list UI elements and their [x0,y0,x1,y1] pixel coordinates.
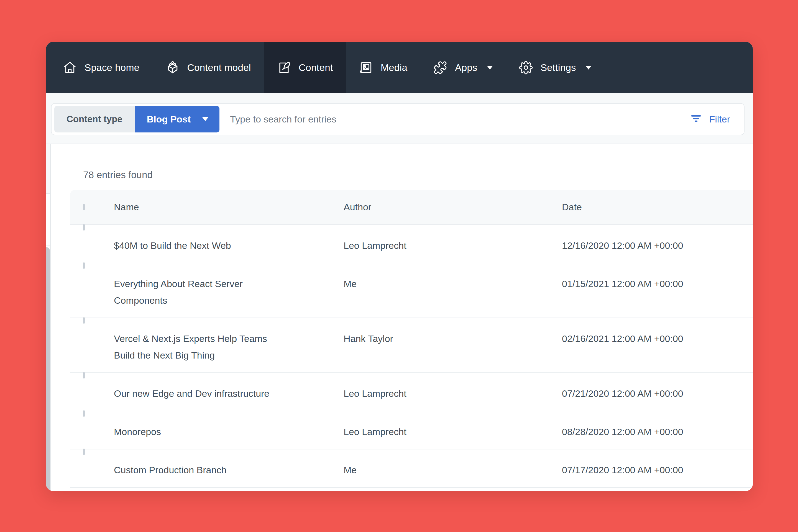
stacked-panel-edge [46,144,50,194]
top-navbar: Space home Content model [46,42,753,93]
nav-item-label: Content model [187,62,251,73]
chevron-down-icon [586,66,592,70]
nav-item-label: Content [299,62,333,73]
nav-item-content-model[interactable]: Content model [153,42,264,93]
entries-table: Name Author Date $40M to Build the Next … [70,190,753,491]
entry-date: 08/28/2020 12:00 AM +00:00 [562,411,753,449]
table-row[interactable]: Custom Production Branch Me 07/17/2020 1… [70,450,753,488]
nav-item-label: Media [381,62,407,73]
entry-name: $40M to Build the Next Web [114,225,344,263]
row-checkbox[interactable] [83,224,85,230]
entry-date: 01/15/2021 12:00 AM +00:00 [562,263,753,301]
select-all-checkbox[interactable] [83,204,85,210]
chevron-down-icon [202,117,208,121]
entry-name: Custom Production Branch [114,450,344,487]
media-icon [359,61,373,75]
row-checkbox[interactable] [83,262,85,269]
settings-icon [519,61,533,75]
content-type-label: Content type [54,106,135,132]
content-type-value: Blog Post [147,114,191,125]
column-header-author: Author [344,202,562,212]
content-model-icon [166,61,179,75]
entry-author: Leo Lamprecht [344,411,562,449]
app-window: Space home Content model [46,42,753,491]
nav-item-settings[interactable]: Settings [506,42,605,93]
nav-item-label: Apps [455,62,477,73]
row-checkbox[interactable] [83,317,85,324]
content-type-dropdown[interactable]: Blog Post [135,106,220,132]
search-section: Content type Blog Post Filter [46,93,753,144]
entry-date: 07/21/2020 12:00 AM +00:00 [562,373,753,411]
nav-item-label: Space home [84,62,140,73]
entry-date: 02/16/2021 12:00 AM +00:00 [562,318,753,356]
column-header-name: Name [114,202,344,212]
entry-name: Our new Edge and Dev infrastructure [114,373,344,411]
stacked-panel-gutter [46,144,51,491]
table-row[interactable]: $40M to Build the Next Web Leo Lamprecht… [70,225,753,263]
nav-item-media[interactable]: Media [346,42,420,93]
home-icon [63,61,77,75]
table-row[interactable]: Our new Edge and Dev infrastructure Leo … [70,373,753,411]
entry-author: Hank Taylor [344,318,562,356]
table-header-row: Name Author Date [70,190,753,225]
entry-name: Everything About React Server Components [114,263,344,318]
entry-author: Leo Lamprecht [344,373,562,411]
entries-count: 78 entries found [83,170,753,180]
search-bar: Content type Blog Post Filter [51,103,744,135]
apps-icon [433,61,447,75]
row-checkbox[interactable] [83,449,85,455]
row-checkbox[interactable] [83,410,85,417]
table-row[interactable]: Everything About React Server Components… [70,263,753,318]
content-type-segment: Content type Blog Post [54,106,220,132]
search-input[interactable] [220,114,684,125]
nav-item-apps[interactable]: Apps [420,42,506,93]
filter-icon [690,112,702,127]
nav-item-space-home[interactable]: Space home [50,42,153,93]
entry-date: 12/16/2020 12:00 AM +00:00 [562,225,753,263]
chevron-down-icon [487,66,493,70]
nav-item-content[interactable]: Content [264,42,346,93]
filter-button[interactable]: Filter [684,112,741,127]
content-icon [277,61,291,75]
entry-author: Leo Lamprecht [344,225,562,263]
filter-label: Filter [709,114,730,125]
entry-author: Me [344,263,562,301]
entry-date: 07/17/2020 12:00 AM +00:00 [562,450,753,487]
entry-name: Monorepos [114,411,344,449]
column-header-date: Date [562,202,753,212]
stacked-sheet-corner [46,247,50,491]
stacked-panel-edge [46,194,50,246]
table-row[interactable]: Vercel & Next.js Experts Help Teams Buil… [70,318,753,373]
entries-panel: 78 entries found Name Author Date $40M t… [46,170,753,491]
entry-name: Vercel & Next.js Experts Help Teams Buil… [114,318,344,373]
nav-item-label: Settings [540,62,576,73]
table-row-partial [70,488,753,491]
row-checkbox[interactable] [83,372,85,379]
entry-author: Me [344,450,562,487]
main-content: 78 entries found Name Author Date $40M t… [46,144,753,491]
table-row[interactable]: Monorepos Leo Lamprecht 08/28/2020 12:00… [70,411,753,450]
